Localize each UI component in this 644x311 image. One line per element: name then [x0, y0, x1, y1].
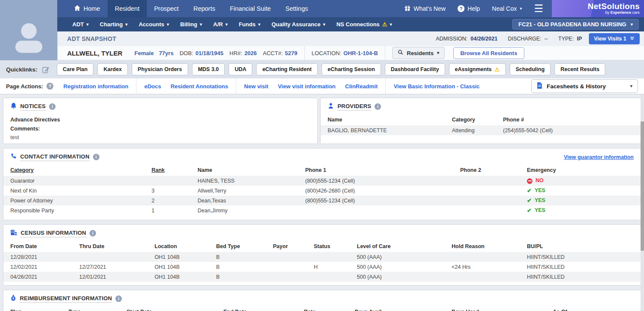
quicklink-eassignments[interactable]: eAssignments ⚠ [449, 63, 506, 75]
nav-resident[interactable]: Resident [108, 0, 147, 17]
chevron-down-icon: ▾ [630, 84, 632, 88]
table-cell [460, 205, 527, 215]
info-icon[interactable]: i [93, 154, 99, 160]
module-ns-connections[interactable]: NS Connections⚠▾ [331, 21, 397, 28]
vertical-scrollbar-track[interactable] [641, 94, 644, 311]
top-nav-right: What's New ? Help Neal Cox ▾ ☰ [404, 0, 552, 17]
table-cell: Attending [452, 125, 503, 135]
check-icon [527, 197, 532, 204]
nav-home[interactable]: Home [67, 0, 108, 17]
whats-new-link[interactable]: What's New [404, 5, 446, 12]
module-adt[interactable]: ADT▾ [67, 21, 94, 28]
column-header: Phone 2 [460, 165, 527, 176]
patient-name: ALLWELL, TYLER [67, 50, 122, 57]
column-header[interactable]: Rank [152, 165, 198, 176]
table-cell: OH1 104B [155, 252, 216, 262]
acct-value: 5279 [285, 50, 297, 56]
type-value: IP [577, 36, 582, 42]
gift-icon [404, 5, 411, 12]
column-header: Rate [304, 306, 355, 311]
patient-age: 77yrs [159, 50, 173, 56]
action-registration-information[interactable]: Registration information [63, 83, 128, 90]
module-quality-assurance[interactable]: Quality Assurance▾ [266, 21, 331, 28]
action-view-basic-information-classic[interactable]: View Basic Information - Classic [393, 83, 480, 90]
divider [304, 46, 305, 60]
quicklink-care-plan[interactable]: Care Plan [57, 63, 94, 75]
table-header-row: PlanTypeStart DateEnd DateRateDays Avail… [3, 306, 641, 311]
quicklink-recent-results[interactable]: Recent Results [554, 63, 605, 75]
table-cell: Responsible Party [3, 205, 152, 215]
table-cell: YES [527, 196, 641, 205]
action-view-visit-information[interactable]: View visit information [278, 83, 335, 90]
action-new-visit[interactable]: New visit [244, 83, 268, 90]
nav-reports[interactable]: Reports [186, 0, 223, 17]
column-header: Location [155, 241, 216, 252]
help-label: Help [468, 5, 480, 12]
quicklink-physician-orders[interactable]: Physician Orders [132, 63, 188, 75]
table-cell: OH1 104B [155, 272, 216, 282]
menu-icon[interactable]: ☰ [534, 3, 543, 14]
vertical-scrollbar-thumb[interactable] [641, 121, 644, 251]
action-clinreadmit[interactable]: ClinReadmit [345, 83, 378, 90]
nav-settings[interactable]: Settings [278, 0, 315, 17]
info-icon[interactable]: i [115, 295, 122, 302]
module-accounts[interactable]: Accounts▾ [133, 21, 174, 28]
facility-selector[interactable]: FC21 - OLD PASADENA BAND NURSING ▾ [512, 19, 639, 30]
quicklink-dashboard-facility[interactable]: Dashboard Facility [385, 63, 445, 75]
quicklink-echarting-resident[interactable]: eCharting Resident [256, 63, 318, 75]
nav-financial-suite[interactable]: Financial Suite [223, 0, 278, 17]
table-cell: 12/28/2021 [3, 252, 79, 262]
chevron-down-icon: ▾ [200, 22, 202, 27]
table-cell [273, 272, 314, 282]
module-billing[interactable]: Billing▾ [175, 21, 208, 28]
table-cell: B [216, 262, 273, 272]
column-header: Bed Type [216, 241, 273, 252]
comments-value: test [10, 134, 310, 140]
help-icon[interactable]: ? [46, 83, 53, 90]
table-cell [460, 186, 527, 196]
edit-quicklinks-icon[interactable] [42, 66, 50, 73]
chevron-down-icon: ▾ [125, 22, 127, 27]
quicklink-kardex[interactable]: Kardex [97, 63, 127, 75]
nav-prospect[interactable]: Prospect [147, 0, 186, 17]
module-ar[interactable]: A/R▾ [207, 21, 233, 28]
facesheets-history-dropdown[interactable]: Facesheets & History ▾ [531, 79, 638, 93]
quicklink-uda[interactable]: UDA [229, 63, 252, 75]
table-cell: 3 [152, 186, 198, 196]
chevron-down-icon: ▾ [258, 22, 260, 27]
action-resident-annotations[interactable]: Resident Annotations [170, 83, 228, 90]
view-visits-button[interactable]: View Visits 1 [589, 33, 640, 44]
table-cell: 12/02/2021 [3, 262, 79, 272]
table-cell: 500 (AAA) [357, 252, 452, 262]
census-table: From DateThru DateLocationBed TypePayorS… [3, 241, 641, 282]
table-cell: <24 Hrs [452, 262, 527, 272]
column-header: Days Used [452, 306, 553, 311]
residents-search-button[interactable]: Residents ▾ [392, 47, 445, 59]
nav-prospect-label: Prospect [154, 5, 179, 12]
resident-photo-placeholder[interactable] [0, 0, 57, 60]
module-charting[interactable]: Charting▾ [94, 21, 133, 28]
chevron-down-icon: ▾ [87, 22, 89, 27]
quicklink-mds-3-0[interactable]: MDS 3.0 [192, 63, 225, 75]
quicklink-echarting-session[interactable]: eCharting Session [322, 63, 381, 75]
user-menu[interactable]: Neal Cox ▾ [492, 5, 522, 12]
browse-all-residents-button[interactable]: Browse All Residents [453, 47, 524, 59]
nav-financial-suite-label: Financial Suite [230, 5, 271, 12]
action-edocs[interactable]: eDocs [144, 83, 161, 90]
table-cell: Guarantor [3, 176, 152, 186]
module-funds[interactable]: Funds▾ [233, 21, 266, 28]
table-cell: B [216, 272, 273, 282]
table-row: Next of Kin3Allwell,Terry(800)426-2680 (… [3, 186, 641, 196]
home-icon [74, 5, 80, 12]
help-link[interactable]: ? Help [458, 5, 480, 12]
info-icon[interactable]: i [375, 103, 381, 110]
quicklink-scheduling[interactable]: Scheduling [510, 63, 551, 75]
table-cell: (800)555-1234 (Cell) [305, 196, 460, 205]
info-icon[interactable]: i [49, 103, 56, 110]
view-guarantor-information-link[interactable]: View guarantor information [564, 154, 634, 160]
column-header[interactable]: Category [3, 165, 152, 176]
column-header: Level of Care [357, 241, 452, 252]
brand-name: NetSolutions [588, 2, 640, 11]
column-header: Days Avail [355, 306, 452, 311]
info-icon[interactable]: i [90, 230, 96, 236]
